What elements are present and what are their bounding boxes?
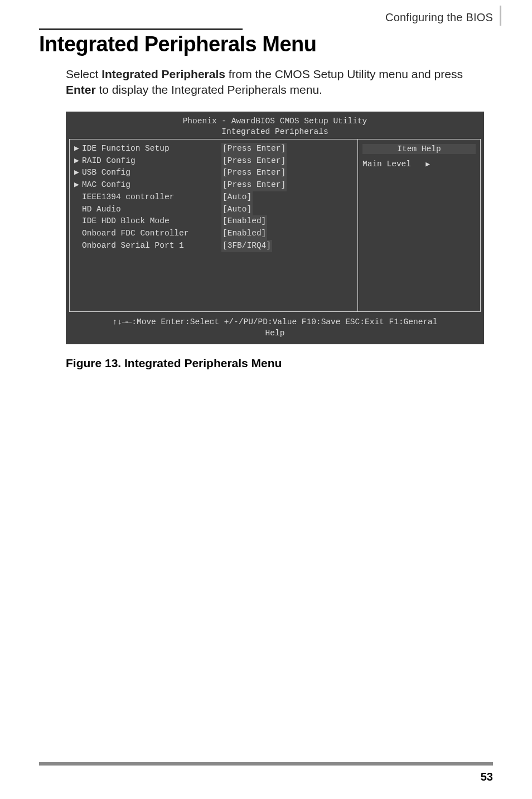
bios-row: Onboard FDC Controller[Enabled] (74, 228, 353, 240)
bios-row: IEEE1394 controller[Auto] (74, 191, 353, 204)
bios-footer: ↑↓→←:Move Enter:Select +/-/PU/PD:Value F… (69, 312, 481, 339)
bios-item-value: [Press Enter] (221, 143, 287, 155)
submenu-arrow-icon: ▶ (74, 179, 82, 191)
bios-item-label: IDE Function Setup (82, 143, 221, 155)
bios-item-label: Onboard FDC Controller (82, 228, 221, 240)
bios-screenshot: Phoenix - AwardBIOS CMOS Setup Utility I… (66, 112, 484, 345)
submenu-arrow-icon: ▶ (74, 167, 82, 179)
intro-text: Select (66, 68, 101, 80)
intro-paragraph: Select Integrated Peripherals from the C… (66, 66, 493, 98)
page-title: Integrated Peripherals Menu (39, 32, 493, 56)
intro-text-post: to display the Integrated Peripherals me… (96, 83, 322, 96)
bios-item-value: [Press Enter] (221, 179, 287, 191)
header-section-label: Configuring the BIOS (39, 11, 493, 24)
bios-row: ▶USB Config[Press Enter] (74, 167, 353, 179)
bios-frame: ▶IDE Function Setup[Press Enter] ▶RAID C… (69, 139, 481, 312)
bios-item-label: IEEE1394 controller (82, 191, 221, 204)
bios-title-line1: Phoenix - AwardBIOS CMOS Setup Utility (69, 116, 481, 127)
bios-row: ▶MAC Config[Press Enter] (74, 179, 353, 191)
figure-caption: Figure 13. Integrated Peripherals Menu (66, 357, 493, 370)
footer-divider (39, 762, 493, 766)
intro-bold-2: Enter (66, 83, 96, 96)
bios-item-value: [Press Enter] (221, 167, 287, 179)
page-number: 53 (481, 771, 493, 783)
bios-title: Phoenix - AwardBIOS CMOS Setup Utility I… (69, 114, 481, 139)
intro-text-mid: from the CMOS Setup Utility menu and pre… (225, 68, 463, 80)
bios-item-label: Onboard Serial Port 1 (82, 240, 221, 252)
bios-item-value: [3FB/IRQ4] (221, 240, 272, 252)
bios-item-label: USB Config (82, 167, 221, 179)
bios-item-value: [Enabled] (221, 215, 267, 228)
submenu-arrow-icon: ▶ (74, 155, 82, 167)
level-arrow-icon: ▶ (425, 160, 430, 169)
bios-item-value: [Auto] (221, 191, 253, 204)
header-side-rule (500, 6, 501, 26)
title-divider (39, 28, 243, 30)
bios-row: HD Audio[Auto] (74, 204, 353, 216)
intro-bold-1: Integrated Peripherals (101, 68, 225, 80)
bios-help-body: Main Level ▶ (362, 160, 476, 169)
bios-help-title: Item Help (362, 144, 476, 154)
bios-item-label: RAID Config (82, 155, 221, 167)
bios-item-label: IDE HDD Block Mode (82, 215, 221, 228)
bios-item-label: MAC Config (82, 179, 221, 191)
bios-title-line2: Integrated Peripherals (69, 127, 481, 138)
bios-row: ▶RAID Config[Press Enter] (74, 155, 353, 167)
bios-row: Onboard Serial Port 1[3FB/IRQ4] (74, 240, 353, 252)
bios-help-panel: Item Help Main Level ▶ (357, 139, 480, 311)
bios-item-label: HD Audio (82, 204, 221, 216)
bios-item-value: [Press Enter] (221, 155, 287, 167)
bios-help-level-label: Main Level (362, 160, 411, 169)
bios-row: IDE HDD Block Mode[Enabled] (74, 215, 353, 228)
bios-item-value: [Auto] (221, 204, 253, 216)
bios-item-value: [Enabled] (221, 228, 267, 240)
submenu-arrow-icon: ▶ (74, 143, 82, 155)
bios-row: ▶IDE Function Setup[Press Enter] (74, 143, 353, 155)
bios-footer-line1: ↑↓→←:Move Enter:Select +/-/PU/PD:Value F… (69, 316, 481, 328)
bios-left-panel: ▶IDE Function Setup[Press Enter] ▶RAID C… (70, 139, 357, 311)
bios-footer-line2: Help (69, 328, 481, 339)
